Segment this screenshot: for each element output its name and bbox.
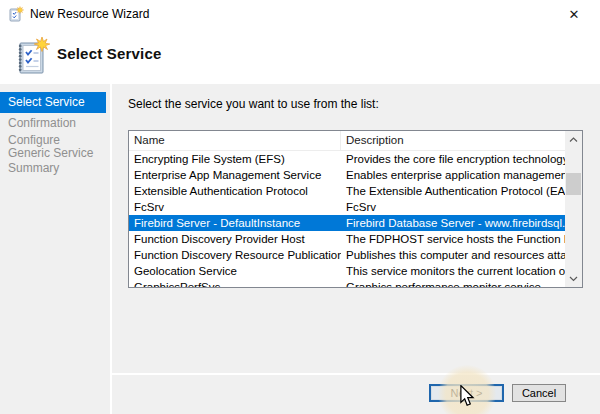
instruction-text: Select the service you want to use from …	[128, 97, 379, 111]
cell-name: Extensible Authentication Protocol	[129, 185, 341, 197]
cell-name: GraphicsPerfSvc	[129, 281, 341, 287]
page-title: Select Service	[57, 45, 162, 62]
table-row[interactable]: Enterprise App Management Service Enable…	[129, 167, 565, 183]
table-row[interactable]: Extensible Authentication Protocol The E…	[129, 183, 565, 199]
column-header-description[interactable]: Description	[341, 131, 565, 150]
window-title: New Resource Wizard	[30, 7, 149, 21]
close-icon[interactable]: ✕	[560, 4, 588, 24]
cell-name: Function Discovery Resource Publication	[129, 249, 341, 261]
cell-name: Geolocation Service	[129, 265, 341, 277]
list-header: Name Description	[129, 131, 565, 151]
wizard-header: Select Service	[0, 28, 600, 84]
cell-name: FcSrv	[129, 201, 341, 213]
cell-description: Firebird Database Server - www.firebirds…	[341, 217, 565, 229]
table-row[interactable]: Function Discovery Provider Host The FDP…	[129, 231, 565, 247]
wizard-icon	[8, 6, 24, 22]
cell-description: Enables enterprise application managemen…	[341, 169, 565, 181]
table-row[interactable]: Geolocation Service This service monitor…	[129, 263, 565, 279]
service-list: Name Description Encrypting File System …	[128, 130, 583, 288]
new-resource-wizard-window: New Resource Wizard ✕ Select Service Sel…	[0, 0, 600, 414]
table-row[interactable]: GraphicsPerfSvc Graphics performance mon…	[129, 279, 565, 287]
cell-description: FcSrv	[341, 201, 565, 213]
footer-divider	[112, 373, 600, 375]
cell-description: Publishes this computer and resources at…	[341, 249, 565, 261]
scrollbar-thumb[interactable]	[566, 173, 581, 195]
step-summary[interactable]: Summary	[0, 158, 102, 179]
cell-description: The FDPHOST service hosts the Function D…	[341, 233, 565, 245]
main-content: Select the service you want to use from …	[112, 84, 600, 414]
cell-name: Encrypting File System (EFS)	[129, 153, 341, 165]
cell-description: The Extensible Authentication Protocol (…	[341, 185, 565, 197]
table-row[interactable]: Encrypting File System (EFS) Provides th…	[129, 151, 565, 167]
vertical-scrollbar[interactable]	[565, 131, 582, 287]
titlebar[interactable]: New Resource Wizard ✕	[0, 0, 600, 28]
list-rows: Encrypting File System (EFS) Provides th…	[129, 151, 565, 287]
scroll-down-icon[interactable]	[565, 270, 582, 287]
cell-name: Enterprise App Management Service	[129, 169, 341, 181]
table-row[interactable]: FcSrv FcSrv	[129, 199, 565, 215]
next-button[interactable]: Next >	[429, 384, 504, 402]
table-row[interactable]: Function Discovery Resource Publication …	[129, 247, 565, 263]
cell-name: Firebird Server - DefaultInstance	[129, 217, 341, 229]
cell-description: This service monitors the current locati…	[341, 265, 565, 277]
step-select-service[interactable]: Select Service	[0, 92, 106, 113]
wizard-book-icon	[13, 36, 51, 78]
scroll-up-icon[interactable]	[565, 131, 582, 148]
column-header-name[interactable]: Name	[129, 131, 341, 150]
cancel-button[interactable]: Cancel	[512, 384, 566, 402]
wizard-steps-sidebar: Select Service Confirmation Configure Ge…	[0, 84, 110, 414]
table-row-selected[interactable]: Firebird Server - DefaultInstance Firebi…	[129, 215, 565, 231]
cell-description: Graphics performance monitor service.	[341, 281, 565, 287]
cell-name: Function Discovery Provider Host	[129, 233, 341, 245]
cell-description: Provides the core file encryption techno…	[341, 153, 565, 165]
